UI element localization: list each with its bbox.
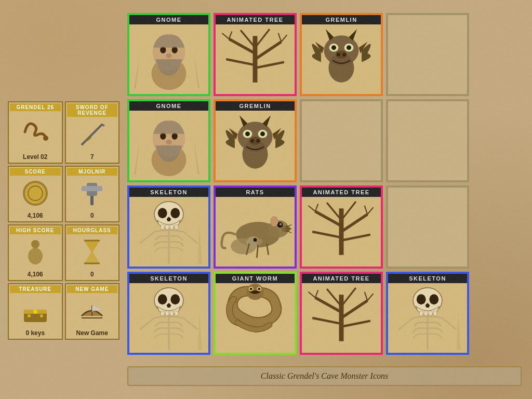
svg-point-62	[260, 131, 265, 136]
card-image-3-3	[388, 283, 467, 353]
monster-card-3-0[interactable]: SKELETON	[127, 272, 210, 355]
svg-rect-70	[161, 225, 164, 230]
monster-grid: GNOME ANIMATED TREE	[127, 13, 522, 360]
score-icon	[18, 176, 53, 211]
mjolnir-icon	[74, 176, 110, 211]
grid-row-0: GNOME ANIMATED TREE	[127, 13, 522, 96]
treasure-label: TREASURE	[10, 285, 61, 293]
svg-rect-139	[419, 311, 423, 316]
svg-point-69	[170, 208, 180, 218]
svg-point-9	[31, 240, 39, 248]
svg-point-108	[158, 294, 167, 304]
svg-point-87	[254, 238, 257, 242]
monster-card-3-3[interactable]: SKELETON	[386, 272, 469, 355]
sword-icon	[74, 117, 110, 152]
score-value: 4,106	[28, 211, 43, 220]
monster-card-3-1[interactable]: GIANT WORM	[214, 272, 297, 355]
score-box: SCORE 4,106	[8, 166, 63, 222]
treasure-icon	[18, 293, 53, 328]
svg-point-48	[337, 53, 340, 57]
high-score-icon	[18, 234, 53, 270]
svg-point-82	[280, 223, 282, 225]
sword-box: SWORD OF REVENGE 7	[65, 101, 120, 164]
monster-card-1-2[interactable]	[300, 99, 383, 182]
sidebar-row-1: GRENDEL 26 Level 02 SWORD OF REVENGE	[8, 101, 119, 164]
card-image-1-1	[216, 111, 295, 180]
svg-point-45	[331, 45, 336, 50]
svg-point-17	[33, 310, 37, 314]
svg-rect-71	[165, 225, 169, 230]
card-title-2-0: SKELETON	[129, 188, 208, 197]
monster-card-2-1[interactable]: RATS	[214, 185, 297, 269]
svg-point-0	[43, 136, 48, 141]
monster-card-3-2[interactable]: ANIMATED TREE	[300, 272, 383, 355]
new-game-btn[interactable]: New Game	[76, 328, 108, 338]
card-title-2-2: ANIMATED TREE	[302, 188, 381, 197]
grid-row-2: SKELETON	[127, 185, 522, 269]
monster-card-0-2[interactable]: GREMLIN	[300, 13, 383, 96]
svg-point-49	[342, 53, 346, 57]
new-game-icon	[74, 293, 110, 328]
mjolnir-box: MJOLNIR 0	[65, 166, 120, 222]
card-title-1-0: GNOME	[129, 101, 208, 111]
keys-value: 0 keys	[25, 328, 45, 338]
card-image-0-1	[216, 24, 295, 94]
new-game-label: NEW GAME	[67, 285, 118, 293]
monster-card-2-2[interactable]: ANIMATED TREE	[300, 185, 383, 269]
svg-rect-142	[433, 311, 437, 316]
svg-rect-8	[90, 196, 94, 205]
svg-marker-12	[84, 251, 100, 263]
svg-rect-141	[429, 311, 432, 316]
high-score-box: HIGH SCORE 4,106	[8, 224, 63, 281]
svg-rect-111	[165, 311, 169, 316]
monster-card-0-1[interactable]: ANIMATED TREE	[214, 13, 297, 96]
monster-card-0-0[interactable]: GNOME	[127, 13, 210, 96]
card-image-2-1	[216, 197, 295, 267]
mjolnir-label: MJOLNIR	[67, 168, 118, 176]
card-image-2-2	[302, 197, 381, 267]
monster-card-2-3[interactable]	[386, 185, 469, 269]
level-value: Level 02	[23, 152, 47, 162]
card-title-3-2: ANIMATED TREE	[302, 274, 381, 283]
card-image-0-2	[302, 24, 381, 94]
svg-point-18	[28, 314, 31, 317]
sword-label: SWORD OF REVENGE	[67, 103, 118, 117]
svg-rect-73	[175, 225, 178, 230]
main-layout: GRENDEL 26 Level 02 SWORD OF REVENGE	[0, 0, 532, 399]
svg-rect-72	[170, 225, 174, 230]
svg-rect-110	[161, 311, 164, 316]
svg-point-64	[250, 139, 254, 143]
new-game-box[interactable]: NEW GAME New Game	[65, 283, 120, 340]
card-image-0-0	[129, 24, 208, 94]
hourglass-icon	[74, 234, 110, 270]
card-title-2-1: RATS	[216, 188, 295, 197]
main-content: GNOME ANIMATED TREE	[125, 8, 524, 391]
svg-point-68	[158, 208, 167, 218]
card-title-3-1: GIANT WORM	[216, 274, 295, 283]
card-title-0-2: GREMLIN	[302, 15, 381, 24]
svg-point-46	[347, 45, 351, 50]
hourglass-box: HOURGLASS 0	[65, 224, 120, 281]
grendel-label: GRENDEL 26	[10, 103, 61, 111]
mjolnir-value: 0	[90, 211, 94, 220]
monster-card-1-3[interactable]	[386, 99, 469, 182]
svg-rect-112	[170, 311, 174, 316]
svg-point-19	[40, 314, 43, 317]
svg-rect-140	[424, 311, 428, 316]
caption-text: Classic Grendel's Cave Monster Icons	[261, 371, 388, 380]
grid-row-1: GNOME GREMLIN	[127, 99, 522, 182]
svg-point-83	[270, 216, 278, 227]
card-image-3-2	[302, 283, 381, 353]
sidebar: GRENDEL 26 Level 02 SWORD OF REVENGE	[8, 8, 119, 391]
svg-point-61	[245, 131, 250, 136]
monster-card-1-0[interactable]: GNOME	[127, 99, 210, 182]
card-image-3-1	[216, 283, 295, 353]
monster-card-2-0[interactable]: SKELETON	[127, 185, 210, 269]
svg-point-121	[250, 288, 252, 290]
score-label: SCORE	[10, 168, 61, 176]
treasure-box: TREASURE 0 keys	[8, 283, 63, 340]
hourglass-value: 0	[90, 270, 94, 279]
monster-card-0-3[interactable]	[386, 13, 469, 96]
monster-card-1-1[interactable]: GREMLIN	[214, 99, 297, 182]
caption-bar: Classic Grendel's Cave Monster Icons	[127, 366, 522, 386]
